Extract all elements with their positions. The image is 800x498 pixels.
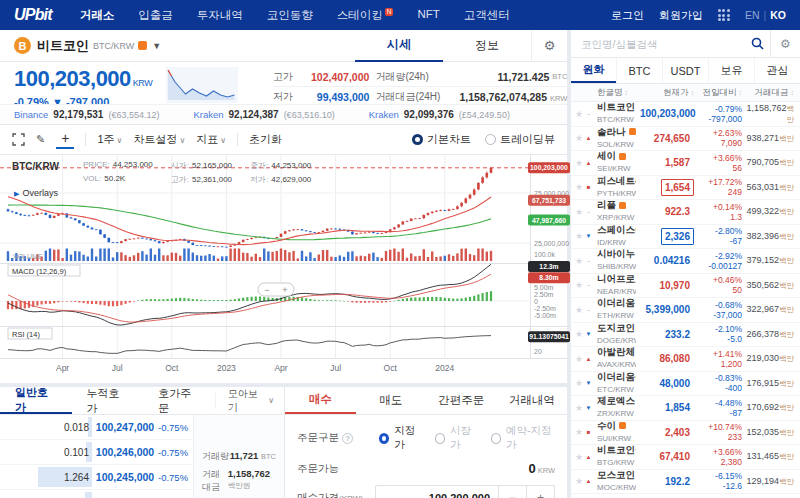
order-type-radio[interactable]: 시장가 xyxy=(435,424,477,452)
coin-volume: 322,967백만 xyxy=(742,304,794,315)
coin-row[interactable]: ★▲비트코인골드BTG/KRW67,410+3.66%2,380131,465백… xyxy=(571,445,800,470)
order-tab-매도[interactable]: 매도 xyxy=(356,387,427,414)
nav-item-deposit[interactable]: 입출금 xyxy=(138,8,173,23)
exchange-name[interactable]: Binance xyxy=(14,109,48,120)
help-icon[interactable]: ? xyxy=(342,433,353,444)
candlestick-chart-canvas[interactable]: VOLUMEMACD (12,26,9)RSI (14)75,000,00025… xyxy=(0,155,570,382)
nav-item-staking[interactable]: 스테이킹N xyxy=(337,8,394,23)
order-type-radio[interactable]: 예약-지정가 xyxy=(491,424,555,452)
coin-row[interactable]: ★▲세이SEI/KRW1,587+3.66%56790,705백만 xyxy=(571,151,800,176)
coin-dropdown-caret-icon[interactable]: ▼ xyxy=(152,41,161,51)
column-header[interactable]: 거래대금 ↕ xyxy=(742,87,794,99)
nav-item-support[interactable]: 고객센터 xyxy=(464,8,510,23)
low-label: 저가 xyxy=(273,90,311,104)
favorite-star-icon[interactable]: ★ xyxy=(575,403,583,413)
coin-row[interactable]: ★▲아발란체AVAX/KRW86,080+1.41%1,200219,030백만 xyxy=(571,347,800,372)
svg-text:100.0k: 100.0k xyxy=(534,251,556,258)
exchange-name[interactable]: Kraken xyxy=(369,109,399,120)
coin-row[interactable]: ★■수이SUI/KRW2,403+10.74%233152,035백만 xyxy=(571,421,800,446)
market-tab-보유[interactable]: 보유 xyxy=(708,58,754,83)
favorite-star-icon[interactable]: ★ xyxy=(575,476,583,486)
coin-row[interactable]: ★▲솔라나SOL/KRW274,650+2.63%7,090938,271백만 xyxy=(571,127,800,152)
favorite-star-icon[interactable]: ★ xyxy=(575,256,583,266)
column-header[interactable]: 한글명 ↕ xyxy=(597,87,636,99)
market-tab-BTC[interactable]: BTC xyxy=(616,58,662,83)
login-link[interactable]: 로그인 xyxy=(611,8,644,23)
crosshair-tool-icon[interactable]: + xyxy=(56,130,74,149)
order-type-radio[interactable]: 지정가 xyxy=(379,424,421,452)
signup-link[interactable]: 회원가입 xyxy=(659,8,703,23)
nav-item-investments[interactable]: 투자내역 xyxy=(197,8,243,23)
market-tab-원화[interactable]: 원화 xyxy=(571,58,616,83)
collapse-view-dropdown[interactable]: 모아보기∨ xyxy=(215,393,284,409)
order-tab-거래내역[interactable]: 거래내역 xyxy=(497,387,568,414)
svg-text:91.13075041: 91.13075041 xyxy=(529,333,569,340)
coin-volume: 790,705백만 xyxy=(742,157,794,168)
favorite-star-icon[interactable]: ★ xyxy=(575,354,583,364)
market-tab-USDT[interactable]: USDT xyxy=(662,58,708,83)
coin-row[interactable]: ★▼제로엑스ZRX/KRW1,854-4.48%-87170,692백만 xyxy=(571,396,800,421)
chart-settings-dropdown[interactable]: 차트설정∨ xyxy=(133,132,185,147)
orderbook-tab[interactable]: 일반호가 xyxy=(0,387,72,414)
fullscreen-icon[interactable] xyxy=(12,133,25,146)
price-increase-button[interactable]: + xyxy=(527,485,555,498)
search-icon[interactable] xyxy=(744,37,770,50)
favorite-star-icon[interactable]: ★ xyxy=(575,182,583,192)
favorite-star-icon[interactable]: ★ xyxy=(575,207,583,217)
column-header[interactable]: 현재가 ↕ xyxy=(636,87,694,99)
sidebar-gear-icon[interactable]: ⚙ xyxy=(770,30,800,57)
column-header[interactable]: 전일대비 ↕ xyxy=(694,87,742,99)
orderbook-tab[interactable]: 호가주문 xyxy=(143,387,215,414)
favorite-star-icon[interactable]: ★ xyxy=(575,158,583,168)
favorite-star-icon[interactable]: ★ xyxy=(575,231,583,241)
favorite-star-icon[interactable]: ★ xyxy=(575,329,583,339)
nav-item-nft[interactable]: NFT xyxy=(417,8,439,23)
reset-button[interactable]: 초기화 xyxy=(249,132,282,147)
nav-item-coin-trends[interactable]: 코인동향 xyxy=(267,8,313,23)
lang-en[interactable]: EN xyxy=(745,9,760,21)
favorite-star-icon[interactable]: ★ xyxy=(575,378,583,388)
favorite-star-icon[interactable]: ★ xyxy=(575,427,583,437)
coin-row[interactable]: ★▼도지코인DOGE/KRW233.2-2.10%-5.0266,378백만 xyxy=(571,323,800,348)
favorite-star-icon[interactable]: ★ xyxy=(575,305,583,315)
coin-row[interactable]: ★▲모스코인MOC/KRW192.2-6.15%-12.6129,194백만 xyxy=(571,470,800,495)
coin-row[interactable]: ★▼스페이스아이디ID/KRW2,326-2.80%-67382,396백만 xyxy=(571,225,800,250)
coin-row[interactable]: ★–니어프로토콜NEAR/KRW10,970+0.46%50350,562백만 xyxy=(571,274,800,299)
tick-direction-icon: ▲ xyxy=(585,454,592,460)
tab-price[interactable]: 시세 xyxy=(355,30,443,62)
favorite-star-icon[interactable]: ★ xyxy=(575,109,583,119)
favorite-star-icon[interactable]: ★ xyxy=(575,452,583,462)
order-tab-간편주문[interactable]: 간편주문 xyxy=(426,387,497,414)
exchange-name[interactable]: Kraken xyxy=(193,109,223,120)
coin-row[interactable]: ★–비트코인BTC/KRW100,203,000-0.79%-797,0001,… xyxy=(571,102,800,127)
indicators-dropdown[interactable]: 지표∨ xyxy=(196,132,226,147)
orderbook-row[interactable]: 0.124100,244,000-0.75% xyxy=(0,490,193,498)
orderbook-row[interactable]: 0.101100,246,000-0.75% xyxy=(0,440,193,465)
favorite-star-icon[interactable]: ★ xyxy=(575,133,583,143)
price-decrease-button[interactable]: − xyxy=(499,485,527,498)
coin-row[interactable]: ★▼이더리움클래식ETC/KRW48,000-0.83%-400176,915백… xyxy=(571,372,800,397)
orderbook-row[interactable]: 0.018100,247,000-0.75% xyxy=(0,415,193,440)
apps-grid-icon[interactable] xyxy=(718,9,730,21)
favorite-star-icon[interactable]: ★ xyxy=(575,280,583,290)
event-badge-icon xyxy=(619,422,626,429)
tab-info[interactable]: 정보 xyxy=(443,30,531,62)
lang-ko[interactable]: KO xyxy=(770,9,786,21)
basic-chart-radio[interactable]: 기본차트 xyxy=(412,132,471,147)
order-tab-매수[interactable]: 매수 xyxy=(285,387,356,414)
coin-row[interactable]: ★–리플XRP/KRW922.3+0.14%1.3499,322백만 xyxy=(571,200,800,225)
buy-price-input[interactable]: 100,200,000 xyxy=(375,485,499,498)
interval-dropdown[interactable]: 1주∨ xyxy=(97,132,122,147)
draw-pencil-icon[interactable]: ✎ xyxy=(36,133,45,146)
coin-search-input[interactable] xyxy=(571,38,744,50)
market-tab-관심[interactable]: 관심 xyxy=(754,58,800,83)
coin-row[interactable]: ★■피스네트워크PYTH/KRW1,654+17.72%249563,031백만 xyxy=(571,176,800,201)
tradingview-radio[interactable]: 트레이딩뷰 xyxy=(485,132,555,147)
nav-item-exchange[interactable]: 거래소 xyxy=(80,8,115,23)
orderbook-tab[interactable]: 누적호가 xyxy=(72,387,144,414)
coin-row[interactable]: ★–시바이누SHIB/KRW0.04216-2.92%-0.00127379,1… xyxy=(571,249,800,274)
orderbook-row[interactable]: 1.264100,245,000-0.75% xyxy=(0,465,193,490)
upbit-logo[interactable]: UPbit xyxy=(14,6,52,24)
coin-row[interactable]: ★–이더리움ETH/KRW5,399,000-0.68%-37,000322,9… xyxy=(571,298,800,323)
coin-settings-gear-icon[interactable]: ⚙ xyxy=(531,30,567,62)
